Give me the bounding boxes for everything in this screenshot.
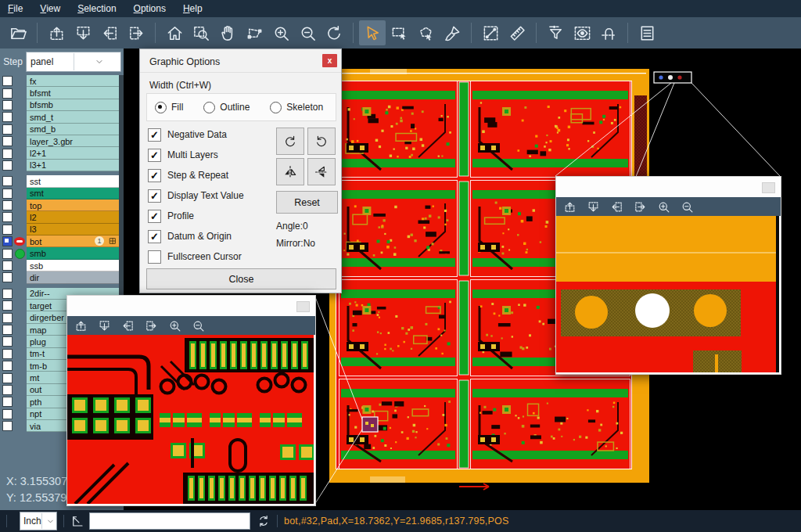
layer-checkbox[interactable]	[2, 176, 13, 186]
menu-item-file[interactable]: File	[8, 3, 23, 14]
layer-checkbox[interactable]	[2, 300, 13, 311]
layer-row-smb[interactable]: smb	[0, 247, 124, 259]
toolbar-zoom-in-button[interactable]	[268, 20, 294, 45]
checkbox-box[interactable]: ✓	[148, 189, 161, 203]
layer-row-l2[interactable]: l2	[0, 211, 124, 223]
layer-checkbox[interactable]	[2, 361, 13, 371]
layer-checkbox[interactable]	[2, 160, 13, 171]
checkbox-box[interactable]: ✓	[148, 169, 161, 182]
menu-item-options[interactable]: Options	[134, 3, 166, 14]
checkbox-box[interactable]: ✓	[148, 230, 161, 243]
reset-button[interactable]: Reset	[276, 191, 338, 214]
layer-name[interactable]: l3	[27, 224, 120, 235]
radio-skeleton[interactable]: Skeleton	[270, 102, 323, 113]
toolbar-move-up-button[interactable]	[43, 20, 70, 45]
unit-dropdown[interactable]: Inch	[20, 512, 57, 530]
layer-checkbox[interactable]	[2, 225, 13, 235]
layer-name[interactable]: layer_3.gbr	[27, 135, 120, 147]
layer-row-fx[interactable]: fx	[0, 75, 124, 87]
toolbar-move-down-button[interactable]	[70, 20, 96, 45]
magnifier-right-view[interactable]	[556, 216, 779, 372]
checkbox-step-repeat[interactable]: ✓Step & Repeat	[148, 165, 244, 185]
layer-checkbox[interactable]	[2, 136, 13, 146]
layer-row-l3[interactable]: l3	[0, 224, 124, 235]
layer-row-l2-1[interactable]: l2+1	[0, 147, 124, 159]
layer-name[interactable]: l3+1	[27, 160, 120, 171]
layer-row-sst[interactable]: sst	[0, 175, 124, 187]
layer-checkbox[interactable]	[2, 349, 13, 359]
toolbar-zoom-window-button[interactable]	[188, 20, 214, 45]
rotate-ccw-button[interactable]	[307, 128, 336, 155]
layer-name[interactable]: sst	[27, 175, 120, 187]
layer-row-bfsmb[interactable]: bfsmb	[0, 99, 124, 111]
layer-checkbox[interactable]	[2, 336, 13, 347]
checkbox-profile[interactable]: ✓Profile	[148, 206, 244, 226]
layer-name[interactable]: fx	[27, 75, 120, 87]
toolbar-select-polygon-button[interactable]	[412, 20, 439, 45]
layer-row-top[interactable]: top	[0, 200, 124, 211]
menu-item-selection[interactable]: Selection	[77, 3, 116, 14]
layer-name[interactable]: bfsmb	[27, 99, 120, 111]
layer-checkbox[interactable]	[2, 200, 13, 210]
toolbar-pan-hand-button[interactable]	[214, 20, 241, 45]
mag-zoom-in-button[interactable]	[653, 198, 673, 215]
layer-checkbox[interactable]	[2, 261, 13, 271]
toolbar-select-pointer-button[interactable]	[359, 20, 386, 45]
layer-checkbox[interactable]	[2, 76, 13, 86]
toolbar-zoom-out-button[interactable]	[294, 20, 321, 45]
layer-row-dir[interactable]: dir	[0, 271, 124, 283]
layer-checkbox[interactable]	[2, 149, 13, 159]
mag-move-right-button[interactable]	[141, 317, 161, 334]
grid-icon[interactable]	[109, 237, 117, 245]
layer-checkbox[interactable]	[2, 189, 13, 199]
flip-v-button[interactable]	[307, 158, 336, 185]
toolbar-clear-brush-button[interactable]	[439, 20, 465, 45]
checkbox-datum-origin[interactable]: ✓Datum & Origin	[148, 226, 244, 246]
menu-item-view[interactable]: View	[40, 3, 60, 14]
mag-move-left-button[interactable]	[606, 198, 627, 215]
mag-zoom-in-button[interactable]	[164, 317, 185, 334]
checkbox-box[interactable]: ✓	[148, 149, 161, 162]
mag-zoom-out-button[interactable]	[188, 317, 208, 334]
layer-row-smt[interactable]: smt	[0, 188, 124, 200]
layer-name[interactable]: bot1	[27, 235, 120, 247]
layer-name[interactable]: smd_t	[27, 111, 120, 123]
dialog-close-button[interactable]: x	[322, 54, 337, 67]
layer-checkbox[interactable]	[2, 272, 13, 282]
radio-outline[interactable]: Outline	[203, 102, 250, 113]
layer-name[interactable]: l2+1	[27, 147, 120, 159]
layer-row-ssb[interactable]: ssb	[0, 260, 124, 271]
sync-icon[interactable]	[257, 514, 271, 528]
mag-move-up-button[interactable]	[559, 198, 580, 215]
layer-checkbox[interactable]	[2, 124, 13, 135]
chevron-down-icon[interactable]	[41, 513, 56, 529]
layer-checkbox[interactable]	[2, 325, 13, 335]
magnifier-left-titlebar[interactable]	[67, 296, 315, 316]
layer-name[interactable]: l2	[27, 211, 120, 223]
layer-checkbox[interactable]	[2, 397, 13, 407]
layer-checkbox[interactable]	[2, 385, 13, 395]
toolbar-measure-line-button[interactable]	[477, 20, 504, 45]
layer-row-smd-t[interactable]: smd_t	[0, 111, 124, 123]
mag-move-left-button[interactable]	[117, 317, 138, 334]
rotate-cw-button[interactable]	[276, 128, 304, 155]
layer-checkbox[interactable]	[2, 100, 13, 110]
magnifier-right-titlebar[interactable]	[556, 177, 781, 197]
layer-checkbox[interactable]	[2, 236, 13, 246]
layer-name[interactable]: bfsmt	[27, 87, 120, 99]
toolbar-zoom-previous-button[interactable]	[321, 20, 347, 45]
layer-row-layer-3-gbr[interactable]: layer_3.gbr	[0, 135, 124, 147]
radio-fill[interactable]: Fill	[155, 102, 183, 113]
toolbar-measure-area-button[interactable]	[241, 20, 268, 45]
layer-name[interactable]: smb	[27, 247, 120, 259]
layer-checkbox[interactable]	[2, 289, 13, 299]
mag-zoom-out-button[interactable]	[677, 198, 697, 215]
toolbar-filter-button[interactable]	[542, 20, 569, 45]
layer-checkbox[interactable]	[2, 373, 13, 383]
command-input[interactable]	[89, 512, 250, 530]
toolbar-report-button[interactable]	[634, 20, 660, 45]
radio-circle[interactable]	[155, 102, 167, 113]
toolbar-home-button[interactable]	[161, 20, 188, 45]
toolbar-view-options-button[interactable]	[569, 20, 595, 45]
layer-row-l3-1[interactable]: l3+1	[0, 160, 124, 171]
